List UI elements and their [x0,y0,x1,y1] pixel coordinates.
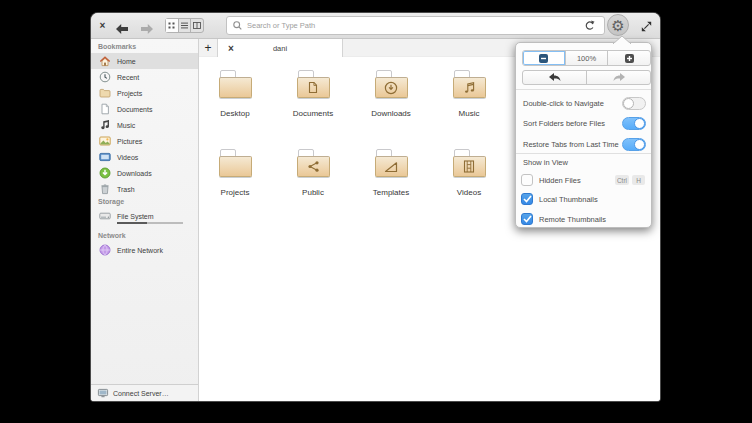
connect-server-button[interactable]: Connect Server… [91,384,198,401]
folder-icon [453,70,486,98]
sidebar-item-label: Downloads [117,170,152,177]
sidebar-item-label: Videos [117,154,138,161]
search-icon [233,21,242,30]
setting-row-restore-tabs-from-last-time: Restore Tabs from Last Time [523,134,646,154]
kbd-ctrl: Ctrl [615,175,629,185]
history-control [522,70,651,85]
zoom-control: 100% [522,50,651,66]
folder-videos[interactable]: Videos [434,149,504,197]
toggle-on[interactable] [622,138,646,151]
toolbar: × Search or Type Path [91,13,660,39]
sidebar-item-entire-network[interactable]: Entire Network [91,242,198,258]
zoom-out-icon [539,54,548,63]
downloads-icon [99,167,111,179]
filesystem-icon [99,210,111,222]
show-in-view-header: Show in View [523,155,568,169]
sidebar-item-recent[interactable]: Recent [91,69,198,85]
folder-templates[interactable]: Templates [356,149,426,197]
tab-title: dani [218,39,342,57]
disk-usage-bar [117,222,183,224]
sidebar: BookmarksHomeRecentProjectsDocumentsMusi… [91,39,199,401]
back-button[interactable] [116,20,132,32]
zoom-out-button[interactable] [523,51,565,65]
resize-button[interactable] [637,17,655,35]
forward-button[interactable] [141,20,157,32]
sidebar-item-trash[interactable]: Trash [91,181,198,197]
setting-row-double-click-to-navigate: Double-click to Navigate [523,93,646,113]
check-row-local-thumbnails: Local Thumbnails [521,191,645,207]
checkbox-checked[interactable] [521,213,533,225]
search-input[interactable]: Search or Type Path [226,16,605,35]
document-icon [99,103,111,115]
sidebar-item-label: Trash [117,186,135,193]
folder-icon [219,149,252,177]
folder-icon [453,149,486,177]
history-back-button[interactable] [523,71,586,84]
sidebar-item-label: File System [117,213,154,220]
setting-row-sort-folders-before-files: Sort Folders before Files [523,114,646,134]
sidebar-item-videos[interactable]: Videos [91,149,198,165]
history-back-icon [549,73,561,82]
history-forward-button[interactable] [586,71,650,84]
shortcut-keys: CtrlH [615,175,645,185]
sidebar-item-pictures[interactable]: Pictures [91,133,198,149]
trash-icon [99,183,111,195]
popover-notch [613,36,631,44]
check-label: Remote Thumbnails [539,215,606,224]
folder-icon [375,149,408,177]
view-column-button[interactable] [190,19,203,32]
zoom-level[interactable]: 100% [565,51,608,65]
folder-icon [297,70,330,98]
zoom-in-icon [625,54,634,63]
view-list-button[interactable] [178,19,191,32]
sidebar-item-downloads[interactable]: Downloads [91,165,198,181]
sidebar-item-home[interactable]: Home [91,53,198,69]
folder-grid: DesktopDocumentsDownloadsMusicProjectsPu… [199,57,529,197]
sidebar-item-projects[interactable]: Projects [91,85,198,101]
sidebar-item-label: Home [117,58,136,65]
desktop-stage: × Search or Type Path [0,0,752,423]
server-icon [97,387,109,399]
view-grid-button[interactable] [166,19,178,32]
search-placeholder: Search or Type Path [247,21,315,30]
checkbox-checked[interactable] [521,193,533,205]
folder-label: Downloads [371,109,411,118]
refresh-icon[interactable] [584,20,595,31]
recent-icon [99,71,111,83]
check-row-hidden-files: Hidden FilesCtrlH [521,172,645,188]
folder-icon [99,87,111,99]
folder-documents[interactable]: Documents [278,70,348,118]
window-close-button[interactable]: × [96,19,109,32]
settings-menu-button[interactable]: ⚙ [607,14,629,36]
check-label: Hidden Files [539,176,581,185]
zoom-in-button[interactable] [607,51,650,65]
sidebar-item-label: Recent [117,74,139,81]
folder-icon [375,70,408,98]
pictures-icon [99,135,111,147]
setting-label: Restore Tabs from Last Time [523,140,619,149]
sidebar-item-music[interactable]: Music [91,117,198,133]
folder-label: Public [302,188,324,197]
home-icon [99,55,111,67]
folder-label: Desktop [220,109,249,118]
folder-label: Documents [293,109,333,118]
folder-label: Music [459,109,480,118]
folder-label: Templates [373,188,409,197]
sidebar-item-documents[interactable]: Documents [91,101,198,117]
list-view-icon [181,22,188,29]
sidebar-item-file-system[interactable]: File System [91,208,198,224]
toggle-off[interactable] [622,97,646,110]
folder-desktop[interactable]: Desktop [200,70,270,118]
sidebar-header-network: Network [91,228,198,242]
new-tab-button[interactable]: + [199,39,217,57]
folder-projects[interactable]: Projects [200,149,270,197]
folder-public[interactable]: Public [278,149,348,197]
folder-music[interactable]: Music [434,70,504,118]
tab-dani[interactable]: × dani [217,39,343,57]
toggle-on[interactable] [622,117,646,130]
sidebar-item-label: Documents [117,106,152,113]
check-row-remote-thumbnails: Remote Thumbnails [521,211,645,227]
popover-separator-1 [516,89,651,90]
folder-downloads[interactable]: Downloads [356,70,426,118]
checkbox-unchecked[interactable] [521,174,533,186]
